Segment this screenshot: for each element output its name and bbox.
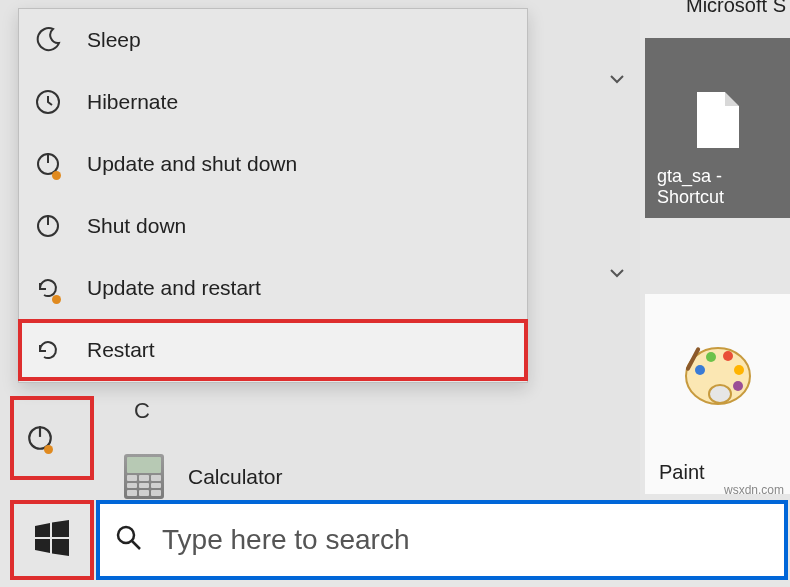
search-box[interactable]: Type here to search: [96, 500, 788, 580]
power-menu-sleep[interactable]: Sleep: [19, 9, 527, 71]
power-icon: [33, 211, 63, 241]
paint-icon: [645, 294, 790, 455]
svg-marker-18: [52, 539, 69, 556]
power-menu: Sleep Hibernate Update and shut down Shu…: [18, 8, 528, 383]
app-list-letter-c[interactable]: C: [134, 398, 150, 424]
svg-line-20: [132, 541, 140, 549]
search-placeholder: Type here to search: [162, 524, 409, 556]
watermark: wsxdn.com: [724, 483, 784, 497]
tile-gta-shortcut[interactable]: gta_sa - Shortcut: [645, 38, 790, 218]
svg-point-19: [118, 527, 134, 543]
power-update-icon: [33, 149, 63, 179]
menu-label: Update and shut down: [87, 152, 297, 176]
svg-marker-17: [35, 539, 50, 553]
power-button[interactable]: [10, 396, 94, 480]
power-menu-shutdown[interactable]: Shut down: [19, 195, 527, 257]
restart-icon: [33, 335, 63, 365]
power-update-icon: [25, 423, 55, 453]
tile-paint[interactable]: Paint: [645, 294, 790, 494]
menu-label: Shut down: [87, 214, 186, 238]
menu-label: Hibernate: [87, 90, 178, 114]
chevron-down-icon[interactable]: [606, 68, 628, 90]
letter-label: C: [134, 398, 150, 424]
windows-logo-icon: [32, 518, 72, 562]
tile-label: gta_sa - Shortcut: [657, 166, 778, 208]
app-label: Calculator: [188, 465, 283, 489]
menu-label: Sleep: [87, 28, 141, 52]
calculator-icon: [124, 454, 164, 499]
svg-point-6: [733, 381, 743, 391]
menu-label: Update and restart: [87, 276, 261, 300]
power-menu-restart[interactable]: Restart: [19, 319, 527, 381]
sleep-icon: [33, 25, 63, 55]
restart-update-icon: [33, 273, 63, 303]
hibernate-icon: [33, 87, 63, 117]
svg-point-1: [709, 385, 731, 403]
power-menu-update-shutdown[interactable]: Update and shut down: [19, 133, 527, 195]
svg-point-2: [695, 365, 705, 375]
svg-point-5: [734, 365, 744, 375]
app-calculator[interactable]: Calculator: [124, 454, 283, 499]
svg-marker-16: [52, 520, 69, 537]
power-menu-hibernate[interactable]: Hibernate: [19, 71, 527, 133]
svg-marker-15: [35, 523, 50, 537]
start-button[interactable]: [10, 500, 94, 580]
search-icon: [114, 523, 144, 557]
document-icon: [697, 92, 739, 148]
tiles-column: Microsoft S gta_sa - Shortcut Paint: [640, 0, 790, 587]
svg-point-3: [706, 352, 716, 362]
chevron-down-icon[interactable]: [606, 262, 628, 284]
svg-point-4: [723, 351, 733, 361]
menu-label: Restart: [87, 338, 155, 362]
power-menu-update-restart[interactable]: Update and restart: [19, 257, 527, 319]
tile-microsoft-partial[interactable]: Microsoft S: [686, 0, 786, 17]
